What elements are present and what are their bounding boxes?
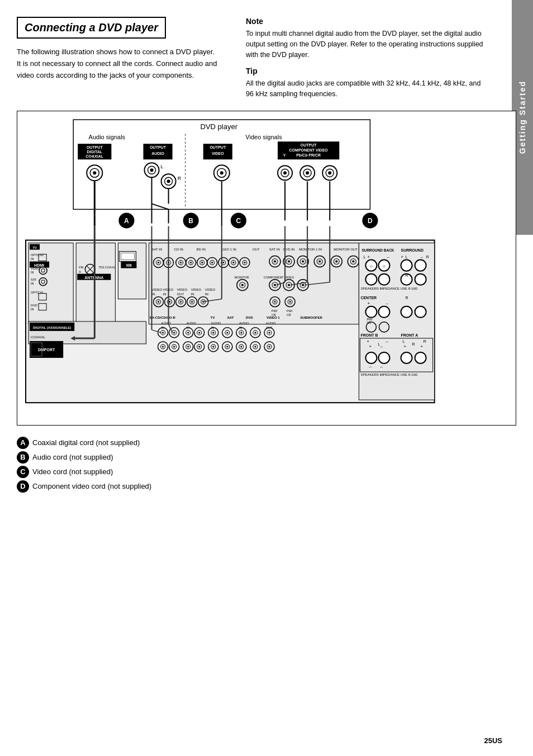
legend-item-d: D Component video cord (not supplied) [17,480,516,493]
svg-text:OUT: OUT [177,292,184,295]
svg-point-308 [415,306,426,318]
legend-item-b: B Audio cord (not supplied) [17,451,516,464]
connector-b-icon: B [17,451,29,464]
side-tab-label: Getting Started [518,81,527,154]
svg-text:+: + [421,344,423,349]
svg-text:R: R [426,254,429,258]
svg-text:+: + [401,254,404,259]
svg-rect-98 [149,243,359,324]
svg-point-296 [378,273,389,285]
svg-text:FM: FM [79,265,83,268]
svg-text:CENTER: CENTER [360,295,377,299]
svg-text:+: + [404,344,407,349]
svg-text:R: R [178,176,182,181]
svg-text:COAXIAL: COAXIAL [31,336,46,339]
svg-point-182 [241,284,244,286]
svg-line-49 [152,204,169,209]
svg-text:IN: IN [187,326,190,329]
svg-text:–: – [380,364,383,369]
svg-text:L: L [403,339,405,343]
svg-text:IN: IN [31,308,34,311]
svg-text:AUDIO: AUDIO [187,322,197,325]
svg-text:PW/: PW/ [272,309,278,313]
svg-text:IN: IN [163,292,166,295]
svg-text:DIGITAL (ASSIGNABLE): DIGITAL (ASSIGNABLE) [33,326,71,329]
svg-text:Pb/Cb    PR/CR: Pb/Cb PR/CR [296,153,321,157]
svg-text:IN: IN [31,270,34,273]
svg-point-36 [283,171,287,174]
svg-text:+: + [367,254,370,259]
svg-text:AUDIO: AUDIO [161,322,172,325]
svg-text:IN: IN [191,292,194,295]
svg-text:–: – [386,301,388,306]
svg-point-292 [415,259,426,271]
svg-text:VIDEO: VIDEO [152,287,163,291]
svg-text:SAT IN: SAT IN [269,247,280,251]
connector-a-icon: A [17,437,29,449]
svg-text:MONITOR OUT: MONITOR OUT [334,247,358,251]
svg-text:–: – [369,364,372,369]
svg-text:OUTPUT: OUTPUT [87,145,103,149]
svg-text:OUTPUT: OUTPUT [210,145,226,149]
svg-text:FRONT A: FRONT A [401,333,418,337]
svg-text:COAXIAL: COAXIAL [86,154,104,158]
svg-point-137 [274,260,276,262]
svg-text:Y: Y [283,153,286,157]
svg-text:OPTICAL: OPTICAL [31,253,44,256]
svg-point-326 [365,352,377,363]
svg-point-185 [274,284,276,286]
svg-point-176 [191,301,193,303]
header-section: Connecting a DVD player The following il… [17,17,516,100]
svg-text:VIDEO: VIDEO [177,287,188,291]
svg-text:L: L [378,342,380,346]
svg-text:MONITOR: MONITOR [235,275,249,278]
svg-text:○: ○ [370,263,373,268]
svg-point-263 [198,346,200,347]
svg-point-272 [240,346,242,347]
diagram-container: DVD player Audio signals Video signals O… [17,111,516,426]
svg-text:–: – [421,254,423,259]
svg-text:SAT: SAT [31,277,37,281]
svg-text:DMPORT: DMPORT [38,348,55,352]
svg-point-226 [198,332,200,333]
svg-rect-84 [76,243,115,324]
svg-text:R: R [412,342,415,346]
svg-text:CD IN: CD IN [174,247,183,251]
svg-point-131 [232,262,234,263]
svg-text:AUDIO: AUDIO [151,152,164,155]
svg-text:VIDEO: VIDEO [212,152,224,155]
svg-point-295 [365,273,377,285]
svg-text:OUT: OUT [266,326,273,329]
svg-point-217 [162,332,164,333]
left-header: Connecting a DVD player The following il… [17,17,229,100]
svg-text:Audio signals: Audio signals [89,134,126,140]
svg-point-232 [226,332,228,333]
svg-text:C: C [236,217,241,225]
svg-text:–: – [380,344,383,349]
svg-point-110 [158,262,159,263]
svg-text:FRONT B: FRONT B [360,333,378,337]
svg-text:A: A [124,217,129,225]
svg-point-238 [254,332,256,333]
svg-text:TV: TV [211,316,215,319]
svg-text:Video signals: Video signals [245,134,282,140]
svg-point-167 [158,301,159,303]
legend-item-a-text: Coaxial digital cord (not supplied) [32,438,140,447]
svg-text:SUBWOOFER: SUBWOOFER [300,316,322,319]
svg-text:AUDIO: AUDIO [266,322,276,325]
svg-point-140 [288,260,290,262]
svg-text:IN: IN [31,281,34,285]
svg-text:SURROUND: SURROUND [401,248,423,252]
svg-point-254 [162,346,164,347]
svg-text:IN: IN [161,326,165,329]
intro-text: The following illustration shows how to … [17,46,229,81]
svg-point-275 [254,346,256,347]
connector-c-icon: C [17,466,29,478]
svg-text:COMPONENT VIDEO: COMPONENT VIDEO [264,275,294,278]
svg-point-328 [401,352,412,363]
legend-item-d-text: Component video cord (not supplied) [32,482,151,490]
svg-text:VIDEO: VIDEO [191,287,202,291]
svg-point-329 [415,352,426,363]
legend-list: A Coaxial digital cord (not supplied) B … [17,437,516,493]
svg-text:AUDIO: AUDIO [211,322,221,325]
